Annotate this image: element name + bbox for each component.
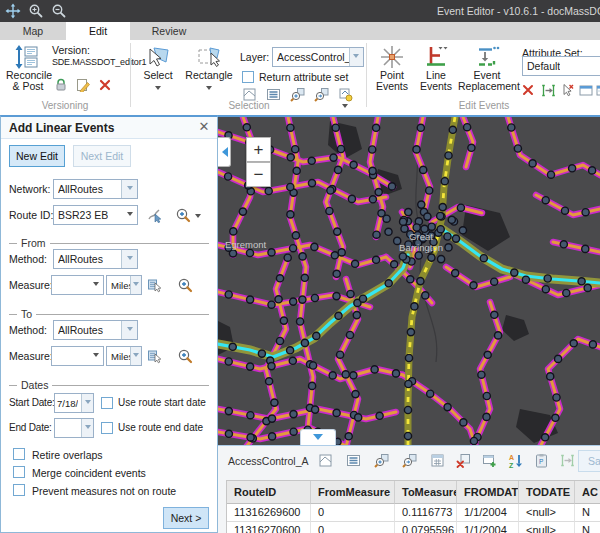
rectangle-button[interactable]: Rectangle <box>184 44 234 93</box>
versioning-group-label: Versioning <box>0 100 130 111</box>
to-measure-label: Measure: <box>9 346 53 366</box>
map-canvas[interactable]: Egremont Great Barrington + − <box>218 115 600 445</box>
table-cell: N <box>575 504 600 522</box>
network-combo[interactable]: AllRoutes <box>53 179 138 199</box>
to-measure-zoom-icon[interactable] <box>177 348 193 364</box>
event-window-alt-icon[interactable] <box>596 83 600 98</box>
column-header-ac[interactable]: AC <box>575 481 600 504</box>
retire-overlaps-checkbox[interactable] <box>13 448 25 460</box>
end-date-combo[interactable] <box>54 418 94 438</box>
from-method-value: AllRoutes <box>58 253 103 265</box>
panel-close-icon[interactable]: ✕ <box>197 120 211 134</box>
from-measure-combo[interactable] <box>51 275 104 295</box>
start-date-combo[interactable]: 7/18/ <box>54 393 94 413</box>
to-method-combo[interactable]: AllRoutes <box>53 320 138 340</box>
grid-calculate-icon[interactable] <box>430 453 446 469</box>
select-dropdown-caret[interactable] <box>155 86 161 93</box>
to-method-caret[interactable] <box>121 321 137 339</box>
use-route-start-checkbox[interactable] <box>101 397 113 409</box>
layer-label: Layer: <box>240 47 269 67</box>
column-header-routeid[interactable]: RouteID <box>227 481 311 504</box>
attribute-grid-panel: AccessControl_A AZ P Save <box>218 445 600 533</box>
from-measure-caret[interactable] <box>93 282 99 289</box>
delete-version-icon[interactable] <box>99 79 111 91</box>
grid-attribute-set-icon[interactable]: P <box>534 453 550 469</box>
grid-pan-to-selected-icon[interactable] <box>402 453 418 469</box>
from-unit-caret[interactable] <box>130 276 141 294</box>
column-header-frommeasure[interactable]: FromMeasure <box>311 481 395 504</box>
panel-collapse-button[interactable] <box>218 137 231 167</box>
grid-sort-icon[interactable]: AZ <box>508 453 524 469</box>
point-events-button[interactable]: Point Events <box>372 44 412 92</box>
rectangle-dropdown-caret[interactable] <box>206 86 212 93</box>
event-window-icon[interactable] <box>579 83 594 98</box>
from-measure-zoom-icon[interactable] <box>177 277 193 293</box>
grid-zoom-to-selected-icon[interactable] <box>374 453 390 469</box>
reconcile-post-button[interactable]: Reconcile & Post <box>6 44 50 92</box>
delete-event-icon[interactable] <box>522 84 535 97</box>
prevent-measures-checkbox[interactable] <box>13 484 25 496</box>
next-button[interactable]: Next > <box>163 507 209 529</box>
zoom-in-icon[interactable] <box>28 3 44 19</box>
attribute-set-combo[interactable]: Default <box>522 56 600 76</box>
table-cell[interactable]: 11316270600 <box>227 522 311 533</box>
grid-add-records-icon[interactable] <box>482 453 498 469</box>
zoom-out-icon[interactable] <box>51 3 67 19</box>
event-replacement-button[interactable]: Event Replacement <box>458 44 516 92</box>
start-date-caret[interactable] <box>81 394 93 412</box>
grid-save-button[interactable]: Save <box>578 450 600 472</box>
grid-collapse-button[interactable] <box>300 429 336 445</box>
to-measure-combo[interactable] <box>51 346 104 366</box>
grid-polygon-select-icon[interactable] <box>318 453 334 469</box>
network-combo-caret[interactable] <box>121 180 137 198</box>
select-event-icon[interactable] <box>560 83 575 98</box>
to-unit-combo[interactable]: Miles <box>106 346 142 366</box>
map-zoom-out-button[interactable]: − <box>246 162 271 187</box>
tab-edit[interactable]: Edit <box>66 22 130 40</box>
edit-version-icon[interactable] <box>76 78 91 93</box>
start-date-label: Start Date: <box>9 393 55 413</box>
tab-map[interactable]: Map <box>4 22 62 40</box>
to-unit-caret[interactable] <box>130 347 141 365</box>
to-measure-on-map-icon[interactable] <box>147 348 163 364</box>
column-header-tomeasure[interactable]: ToMeasure <box>395 481 457 504</box>
next-edit-button[interactable]: Next Edit <box>73 145 131 167</box>
dates-divider: Dates <box>9 379 209 391</box>
line-events-button[interactable]: Line Events <box>416 44 456 92</box>
split-event-icon[interactable] <box>541 83 556 98</box>
grid-clear-selection-icon[interactable] <box>456 453 472 469</box>
collapse-down-icon <box>313 434 323 445</box>
column-header-todate[interactable]: TODATE <box>519 481 575 504</box>
grid-show-selected-icon[interactable] <box>346 453 362 469</box>
version-lock-icon[interactable] <box>54 78 69 93</box>
map-svg: Egremont Great Barrington <box>218 117 600 445</box>
merge-coincident-checkbox[interactable] <box>13 466 25 478</box>
to-measure-caret[interactable] <box>93 353 99 360</box>
map-zoom-in-button[interactable]: + <box>246 137 271 162</box>
line-events-label-2: Events <box>416 81 456 92</box>
select-button[interactable]: Select <box>136 44 180 93</box>
from-method-caret[interactable] <box>121 250 137 268</box>
from-method-combo[interactable]: AllRoutes <box>53 249 138 269</box>
pan-icon[interactable] <box>5 3 21 19</box>
table-cell[interactable]: 11316269600 <box>227 504 311 522</box>
route-id-caret[interactable] <box>127 212 133 219</box>
use-route-end-checkbox[interactable] <box>101 422 113 434</box>
to-method-label: Method: <box>9 320 47 340</box>
layer-combo-caret[interactable] <box>349 48 363 66</box>
from-measure-on-map-icon[interactable] <box>147 277 163 293</box>
end-date-caret[interactable] <box>81 419 93 437</box>
layer-combo[interactable]: AccessControl_A <box>272 47 364 67</box>
new-edit-button[interactable]: New Edit <box>9 145 65 167</box>
route-zoom-icon[interactable] <box>175 207 191 223</box>
grid-split-event-icon[interactable] <box>560 453 576 469</box>
select-route-on-map-icon[interactable] <box>147 207 163 223</box>
route-id-combo[interactable]: BSR23 EB <box>53 205 138 225</box>
column-header-fromdate[interactable]: FROMDATE <box>457 481 519 504</box>
from-unit-combo[interactable]: Miles <box>106 275 142 295</box>
to-divider: To <box>9 308 209 320</box>
tab-review[interactable]: Review <box>134 22 204 40</box>
selection-group-label: Selection <box>132 100 366 111</box>
route-zoom-caret[interactable] <box>195 214 201 221</box>
return-attribute-checkbox[interactable] <box>242 71 254 83</box>
